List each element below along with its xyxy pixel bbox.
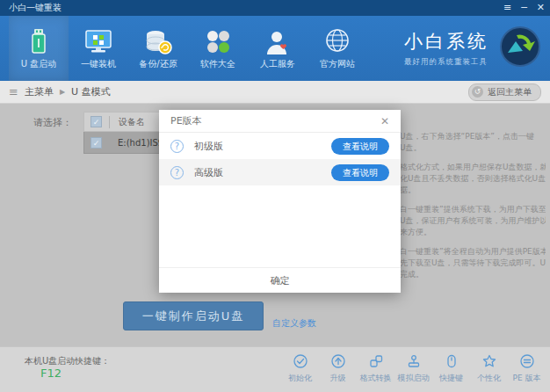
nav-item-label: U 盘启动 [21, 58, 57, 70]
app-window: 小白一键重装 ≡ ─ ✕ U 盘启动 [0, 0, 550, 392]
back-button-label: 返回主菜单 [488, 86, 532, 98]
tool-label: 快捷键 [439, 373, 463, 384]
arrow-up-circle-icon [330, 353, 346, 371]
apps-grid-icon [205, 27, 231, 55]
brand-block: 小白系统 最好用的系统重装工具 [404, 16, 541, 81]
monitor-icon [83, 27, 113, 55]
pe-disc-icon [519, 353, 535, 371]
nav-item-software-collection[interactable]: 软件大全 [188, 16, 248, 81]
footer-bar: 本机U盘启动快捷键： F12 初始化 升级 [0, 346, 550, 392]
minimize-icon[interactable]: ─ [521, 0, 527, 16]
select-label: 请选择： [33, 116, 72, 129]
close-icon[interactable]: ✕ [537, 0, 545, 16]
breadcrumb-current: U 盘模式 [71, 85, 111, 98]
content-area: 请选择： ✓ 设备名 ✓ E:(hd1)IS917 U盘，右下角选择“PE版本”… [0, 105, 550, 346]
window-controls: ≡ ─ ✕ [503, 0, 545, 16]
dialog-title: PE版本 [170, 114, 202, 127]
tool-label: 初始化 [288, 373, 312, 384]
pe-option-label: 高级版 [194, 166, 223, 179]
custom-params-link[interactable]: 自定义参数 [272, 317, 316, 330]
boot-hotkey-label: 本机U盘启动快捷键： [25, 355, 110, 367]
view-instructions-button[interactable]: 查看说明 [331, 164, 389, 181]
main-nav: U 盘启动 一键装机 [0, 16, 550, 81]
select-all-checkbox[interactable]: ✓ [90, 116, 102, 127]
window-title: 小白一键重装 [9, 0, 62, 16]
brand-slogan: 最好用的系统重装工具 [404, 57, 488, 68]
tool-format-convert[interactable]: 格式转换 [358, 353, 394, 384]
instruction-line: 完成。 [400, 269, 546, 280]
breadcrumb-separator-icon: ▶ [60, 88, 65, 96]
tool-hotkey[interactable]: 快捷键 [433, 353, 469, 384]
instruction-paragraph: 白一键重装”将全程自动为用户提供PE版本 先下载至U盘，只需等待下载完成即可。U… [400, 246, 546, 280]
nav-item-official-site[interactable]: 官方网站 [308, 16, 367, 81]
footer-tools: 初始化 升级 格式转换 [282, 353, 545, 384]
nav-item-label: 一键装机 [81, 58, 116, 70]
breadcrumb-bar: ≡ 主菜单 ▶ U 盘模式 ↺ 返回主菜单 [0, 81, 550, 104]
tool-initialize[interactable]: 初始化 [282, 353, 318, 384]
nav-item-usb-boot[interactable]: U 盘启动 [9, 16, 69, 81]
hamburger-icon: ≡ [9, 85, 18, 98]
tool-label: 模拟启动 [398, 373, 430, 384]
instruction-paragraph: U盘，右下角选择“PE版本”，点击一键 U盘。 [400, 131, 546, 154]
pe-option-advanced: ? 高级版 查看说明 [159, 159, 401, 185]
brand-logo-icon [499, 25, 541, 71]
instruction-line: U盘，右下角选择“PE版本”，点击一键 [400, 131, 546, 142]
joystick-icon [406, 353, 422, 371]
brand-text: 小白系统 最好用的系统重装工具 [404, 29, 488, 68]
star-icon [481, 353, 497, 371]
confirm-button[interactable]: 确定 [265, 268, 295, 294]
device-checkbox[interactable]: ✓ [90, 137, 102, 149]
dialog-close-icon[interactable]: ✕ [380, 115, 389, 127]
instruction-line: 白一键重装”提供系统下载，为用户下载至 [400, 204, 546, 215]
tool-personalize[interactable]: 个性化 [471, 353, 507, 384]
nav-item-one-key-install[interactable]: 一键装机 [69, 16, 128, 81]
back-arrow-icon: ↺ [472, 86, 483, 98]
make-boot-usb-button[interactable]: 一键制作启动U盘 [123, 301, 264, 330]
instruction-paragraph: 白一键重装”提供系统下载，为用户下载至 U盘，保证用户有系统可装，为用户维护以 … [400, 204, 546, 238]
breadcrumb-root[interactable]: 主菜单 [25, 85, 54, 98]
instruction-line: U盘。 [400, 142, 546, 154]
support-person-icon [264, 27, 291, 55]
menu-icon[interactable]: ≡ [503, 0, 511, 16]
pe-option-basic: ? 初级版 查看说明 [159, 133, 401, 159]
tool-pe-version[interactable]: PE 版本 [509, 353, 545, 384]
usb-drive-icon [27, 27, 50, 55]
instruction-line: U盘，保证用户有系统可装，为用户维护以 [400, 215, 546, 227]
dialog-header: PE版本 ✕ [159, 110, 401, 133]
dialog-footer: 确定 [159, 267, 401, 293]
format-convert-icon [368, 353, 384, 371]
database-icon [144, 27, 172, 55]
back-to-main-menu-button[interactable]: ↺ 返回主菜单 [468, 83, 541, 101]
globe-icon [323, 27, 351, 55]
nav-item-label: 官方网站 [320, 58, 355, 70]
nav-item-backup-restore[interactable]: 备份/还原 [128, 16, 188, 81]
nav-item-label: 备份/还原 [139, 58, 177, 70]
pe-version-dialog: PE版本 ✕ ? 初级版 查看说明 ? 高级版 查看说明 确定 [159, 110, 401, 293]
instruction-line: 先下载至U盘，只需等待下载完成即可。U [400, 258, 546, 269]
tool-simulate-boot[interactable]: 模拟启动 [395, 353, 431, 384]
tool-label: PE 版本 [513, 373, 541, 384]
question-icon: ? [170, 166, 184, 179]
nav-item-label: 软件大全 [200, 58, 235, 70]
nav-items: U 盘启动 一键装机 [9, 16, 367, 81]
question-icon: ? [170, 140, 184, 153]
instruction-line: 据。 [400, 185, 546, 196]
instructions-text: U盘，右下角选择“PE版本”，点击一键 U盘。 格式化方式，如果用户想保存U盘数… [400, 131, 546, 288]
instruction-line: 格式化方式，如果用户想保存U盘数据，就 [400, 162, 546, 173]
tool-label: 格式转换 [360, 373, 392, 384]
boot-hotkey-value: F12 [40, 367, 62, 380]
tool-label: 个性化 [477, 373, 501, 384]
instruction-line: 化U盘且不丢失数据，否则选择格式化U盘 [400, 173, 546, 185]
tool-upgrade[interactable]: 升级 [320, 353, 356, 384]
nav-item-human-service[interactable]: 人工服务 [248, 16, 308, 81]
check-circle-icon [293, 353, 308, 371]
mouse-icon [444, 353, 460, 371]
nav-item-label: 人工服务 [260, 58, 295, 70]
instruction-line: 来方便。 [400, 227, 546, 238]
title-bar: 小白一键重装 ≡ ─ ✕ [0, 0, 550, 16]
brand-name: 小白系统 [404, 29, 488, 54]
pe-option-label: 初级版 [194, 140, 223, 153]
view-instructions-button[interactable]: 查看说明 [331, 138, 389, 155]
tool-label: 升级 [330, 373, 346, 384]
instruction-paragraph: 格式化方式，如果用户想保存U盘数据，就 化U盘且不丢失数据，否则选择格式化U盘 … [400, 162, 546, 196]
